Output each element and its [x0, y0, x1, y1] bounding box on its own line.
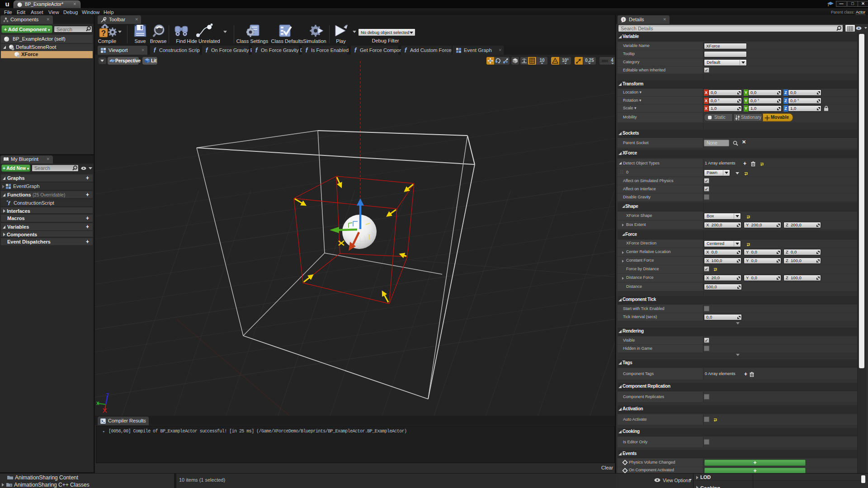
svg-text:i: i — [623, 18, 624, 22]
svg-text:f: f — [354, 47, 357, 53]
svg-text:?: ? — [101, 29, 106, 38]
svg-text:u: u — [5, 0, 9, 8]
svg-text:f: f — [8, 200, 11, 206]
svg-text:f: f — [405, 47, 407, 53]
svg-text:f: f — [206, 47, 208, 53]
svg-text:f: f — [306, 47, 308, 53]
svg-text:f: f — [154, 47, 156, 53]
svg-text:f: f — [255, 47, 258, 53]
